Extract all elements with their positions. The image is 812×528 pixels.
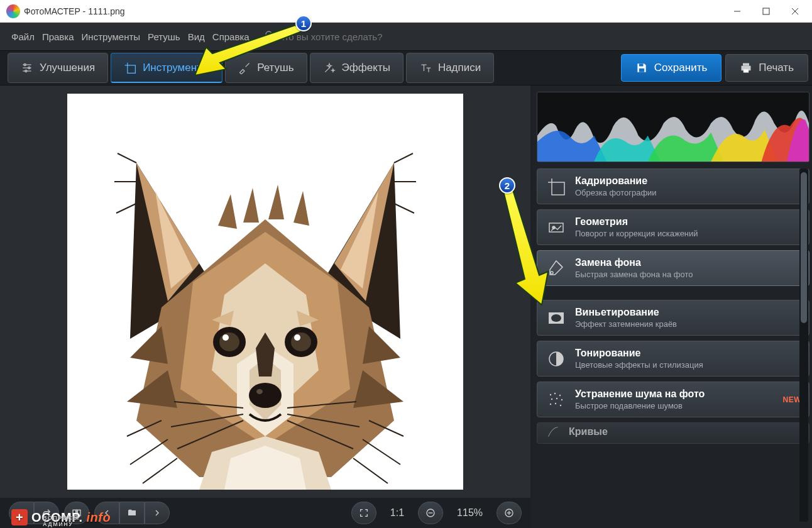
tab-tools-label: Инструменты xyxy=(143,62,209,74)
tab-text-label: Надписи xyxy=(438,62,481,74)
tab-text[interactable]: Надписи xyxy=(406,53,494,83)
svg-point-42 xyxy=(222,334,229,341)
search-wrap xyxy=(265,30,417,43)
histogram[interactable] xyxy=(537,92,809,162)
tab-enhance[interactable]: Улучшения xyxy=(8,53,108,83)
svg-rect-56 xyxy=(73,510,76,515)
zoom-level: 115% xyxy=(448,507,491,519)
svg-point-76 xyxy=(550,403,551,404)
search-icon xyxy=(265,30,275,43)
tab-retouch-label: Ретушь xyxy=(257,62,294,74)
close-button[interactable] xyxy=(781,1,809,21)
svg-point-72 xyxy=(559,394,561,395)
svg-point-74 xyxy=(556,397,557,399)
minimize-button[interactable] xyxy=(723,1,752,21)
svg-point-68 xyxy=(551,314,561,322)
tool-replace-bg-desc: Быстрая замена фона на фото xyxy=(575,270,693,279)
tool-geometry[interactable]: Геометрия Поворот и коррекция искажений xyxy=(537,209,809,245)
save-button[interactable]: Сохранить xyxy=(621,54,721,82)
canvas-holder xyxy=(0,85,530,498)
svg-rect-14 xyxy=(743,63,749,66)
tool-denoise-title: Устранение шума на фото xyxy=(575,388,705,400)
svg-point-77 xyxy=(555,402,556,404)
print-button[interactable]: Печать xyxy=(725,54,808,82)
menu-tools[interactable]: Инструменты xyxy=(82,31,141,42)
undo-button[interactable] xyxy=(9,502,34,524)
canvas-area: 1:1 115% xyxy=(0,85,530,528)
tab-effects[interactable]: Эффекты xyxy=(310,53,403,83)
tool-replace-bg[interactable]: Замена фона Быстрая замена фона на фото xyxy=(537,250,809,286)
image-content xyxy=(67,94,463,490)
window-controls xyxy=(723,1,809,21)
tab-tools[interactable]: Инструменты xyxy=(111,53,222,83)
svg-rect-12 xyxy=(639,63,644,66)
svg-line-5 xyxy=(271,36,273,39)
menu-retouch[interactable]: Ретушь xyxy=(148,31,180,42)
svg-point-41 xyxy=(219,333,239,351)
tab-retouch[interactable]: Ретушь xyxy=(225,53,307,83)
undo-redo-group xyxy=(9,502,59,524)
aspect-ratio-label: 1:1 xyxy=(381,507,413,519)
search-input[interactable] xyxy=(278,31,417,42)
svg-point-75 xyxy=(561,399,562,400)
tool-crop[interactable]: Кадрирование Обрезка фотографии xyxy=(537,168,809,204)
tab-enhance-label: Улучшения xyxy=(40,62,95,74)
tool-curves[interactable]: Кривые xyxy=(537,422,809,444)
tool-geometry-title: Геометрия xyxy=(575,216,698,228)
svg-point-4 xyxy=(266,31,272,37)
maximize-button[interactable] xyxy=(752,1,781,21)
compare-button[interactable] xyxy=(64,502,89,524)
menu-help[interactable]: Справка xyxy=(212,31,250,42)
new-badge: NEW xyxy=(783,395,802,404)
svg-rect-57 xyxy=(77,510,80,515)
tool-vignette[interactable]: Виньетирование Эффект затемнения краёв xyxy=(537,300,809,336)
tool-crop-title: Кадрирование xyxy=(575,175,657,187)
app-icon xyxy=(6,4,20,18)
nav-prev[interactable] xyxy=(94,502,119,524)
tab-effects-label: Эффекты xyxy=(342,62,390,74)
tool-denoise-desc: Быстрое подавление шумов xyxy=(575,401,705,410)
tool-replace-bg-title: Замена фона xyxy=(575,257,693,268)
svg-point-44 xyxy=(291,333,311,351)
fit-button[interactable] xyxy=(351,502,376,524)
svg-rect-13 xyxy=(639,69,644,72)
status-bar: 1:1 115% xyxy=(0,498,530,528)
svg-point-66 xyxy=(551,272,553,274)
tool-crop-desc: Обрезка фотографии xyxy=(575,188,657,197)
tool-curves-title: Кривые xyxy=(569,426,608,437)
tool-vignette-desc: Эффект затемнения краёв xyxy=(575,319,677,329)
tool-list: Кадрирование Обрезка фотографии Геометри… xyxy=(537,168,809,522)
nav-open[interactable] xyxy=(119,502,145,524)
tool-vignette-title: Виньетирование xyxy=(575,307,677,318)
zoom-in-button[interactable] xyxy=(497,502,522,524)
svg-point-71 xyxy=(554,392,556,393)
redo-button[interactable] xyxy=(34,502,59,524)
window-title: ФотоМАСТЕР - 1111.png xyxy=(24,6,125,16)
svg-point-38 xyxy=(249,383,282,408)
menu-bar: Файл Правка Инструменты Ретушь Вид Справ… xyxy=(0,23,812,50)
tool-denoise[interactable]: Устранение шума на фото Быстрое подавлен… xyxy=(537,382,809,417)
toolbar: Улучшения Инструменты Ретушь Эффекты Над… xyxy=(0,50,812,85)
svg-point-45 xyxy=(294,334,300,341)
tool-toning-desc: Цветовые эффекты и стилизация xyxy=(575,360,703,370)
menu-view[interactable]: Вид xyxy=(188,31,205,42)
print-label: Печать xyxy=(759,62,794,74)
svg-point-78 xyxy=(560,404,561,405)
scrollbar-thumb[interactable] xyxy=(801,172,807,323)
svg-rect-1 xyxy=(763,8,769,14)
main-area: 1:1 115% Кадрирование Обре xyxy=(0,85,812,528)
zoom-out-button[interactable] xyxy=(418,502,443,524)
tool-toning[interactable]: Тонирование Цветовые эффекты и стилизаци… xyxy=(537,341,809,377)
tool-toning-title: Тонирование xyxy=(575,348,703,359)
svg-rect-16 xyxy=(743,70,749,73)
right-panel: Кадрирование Обрезка фотографии Геометри… xyxy=(530,85,812,528)
menu-edit[interactable]: Правка xyxy=(42,31,74,42)
menu-file[interactable]: Файл xyxy=(11,31,35,42)
scrollbar-track[interactable] xyxy=(799,168,808,522)
nav-next[interactable] xyxy=(145,502,170,524)
svg-point-73 xyxy=(551,398,552,399)
title-bar: ФотоМАСТЕР - 1111.png xyxy=(0,0,812,23)
tool-geometry-desc: Поворот и коррекция искажений xyxy=(575,229,698,238)
canvas[interactable] xyxy=(67,94,463,490)
svg-point-39 xyxy=(256,389,263,394)
